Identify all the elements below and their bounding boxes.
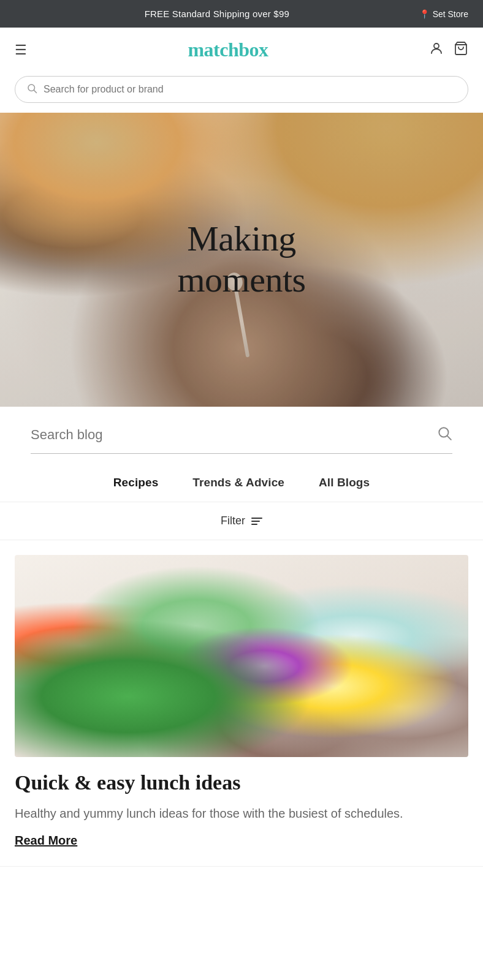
set-store-button[interactable]: 📍 Set Store <box>419 9 468 19</box>
blog-image-background <box>15 555 468 757</box>
svg-line-5 <box>447 436 451 440</box>
blog-card-image <box>15 555 468 757</box>
product-search-wrapper <box>0 72 483 113</box>
category-tabs: Recipes Trends & Advice All Blogs <box>0 460 483 502</box>
hamburger-menu-icon[interactable]: ☰ <box>15 42 27 58</box>
tab-all-blogs[interactable]: All Blogs <box>302 471 387 494</box>
blog-search-bar[interactable] <box>31 425 452 454</box>
hero-banner: Making moments <box>0 113 483 407</box>
site-header: ☰ matchbox <box>0 28 483 72</box>
blog-card-title: Quick & easy lunch ideas <box>15 771 468 796</box>
set-store-label: Set Store <box>433 9 468 19</box>
shipping-text: FREE Standard Shipping over $99 <box>15 9 419 19</box>
user-account-icon[interactable] <box>429 41 444 59</box>
tab-recipes[interactable]: Recipes <box>96 471 176 494</box>
blog-card-excerpt: Healthy and yummy lunch ideas for those … <box>15 804 468 823</box>
tab-trends-advice[interactable]: Trends & Advice <box>175 471 302 494</box>
shopping-bag-icon[interactable] <box>454 41 468 59</box>
hero-title: Making moments <box>121 219 362 300</box>
svg-point-0 <box>434 43 439 48</box>
search-icon <box>26 83 37 96</box>
top-banner: FREE Standard Shipping over $99 📍 Set St… <box>0 0 483 28</box>
location-pin-icon: 📍 <box>419 9 430 19</box>
read-more-link[interactable]: Read More <box>15 834 77 848</box>
filter-label: Filter <box>221 514 245 527</box>
blog-card: Quick & easy lunch ideas Healthy and yum… <box>0 540 483 867</box>
product-search-bar[interactable] <box>15 76 468 103</box>
svg-line-3 <box>34 90 36 92</box>
hero-text-block: Making moments <box>121 219 362 300</box>
filter-bar: Filter <box>0 502 483 540</box>
site-logo[interactable]: matchbox <box>188 39 268 61</box>
blog-search-icon[interactable] <box>436 425 452 445</box>
header-icon-group <box>429 41 468 59</box>
blog-search-section <box>0 407 483 460</box>
filter-lines-icon[interactable] <box>251 518 262 525</box>
blog-search-input[interactable] <box>31 427 436 443</box>
search-input[interactable] <box>44 84 457 95</box>
